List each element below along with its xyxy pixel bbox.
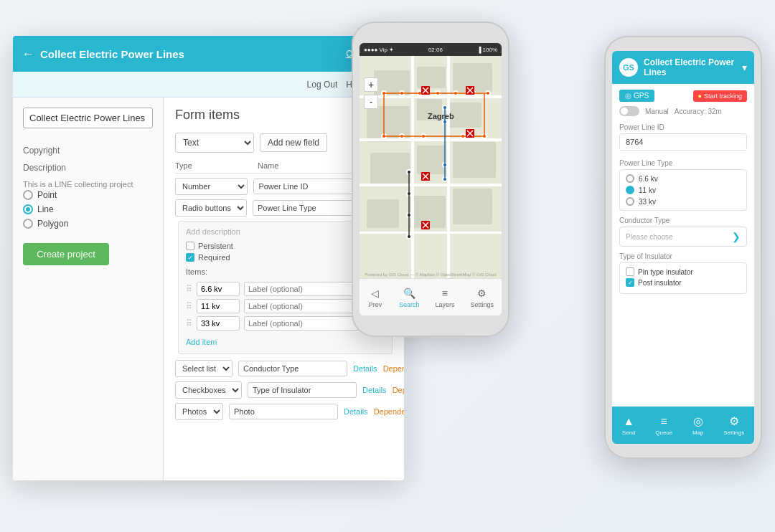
copyright-label: Copyright — [23, 146, 153, 156]
desktop-header-title: Collect Electric Power Lines — [40, 48, 340, 60]
desktop-body: Copyright Description This is a LINE col… — [13, 98, 404, 480]
queue-icon: ≡ — [661, 415, 667, 428]
phone1-nav-layers[interactable]: ≡ Layers — [435, 287, 454, 308]
radio-label-line: Line — [37, 204, 54, 214]
item-value-2[interactable] — [197, 299, 240, 313]
radio-item-33kv[interactable]: 33 kv — [626, 197, 741, 206]
cb-box-post: ✓ — [626, 278, 634, 287]
add-item-link[interactable]: Add item — [186, 338, 217, 346]
cb-label-post: Post insulator — [638, 279, 682, 287]
row4-dependencies-link[interactable]: Dependencies — [393, 386, 404, 394]
prev-icon: ◁ — [367, 287, 383, 300]
cb-pin-insulator[interactable]: Pin type insulator — [626, 267, 741, 276]
logout-link[interactable]: Log Out — [307, 80, 338, 90]
row2-type-select[interactable]: Radio buttons — [175, 199, 247, 217]
radio-polygon[interactable]: Polygon — [23, 219, 153, 229]
row5-name-input[interactable] — [229, 404, 338, 419]
project-name-input[interactable] — [23, 108, 153, 128]
settings-label: Settings — [470, 301, 494, 308]
row5-dependencies-link[interactable]: Dependencies — [374, 407, 404, 416]
item-label-3[interactable] — [244, 316, 362, 331]
map-power-lines-svg — [360, 56, 502, 278]
phone2-app-icon: GS — [619, 58, 638, 77]
conductor-type-label: Conductor Type — [619, 217, 747, 224]
settings2-icon: ⚙ — [729, 414, 739, 428]
zoom-out-button[interactable]: - — [364, 95, 378, 109]
row4-details-link[interactable]: Details — [362, 386, 387, 394]
row3-name-input[interactable] — [238, 361, 347, 376]
conductor-type-select[interactable]: Please choose ❯ — [619, 227, 747, 247]
queue-label: Queue — [655, 429, 672, 436]
radio-item-66kv[interactable]: 6.6 kv — [626, 174, 741, 183]
row4-name-input[interactable] — [248, 382, 357, 398]
start-tracking-button[interactable]: ● Start tracking — [693, 90, 747, 102]
phone2-nav-queue[interactable]: ≡ Queue — [655, 415, 672, 436]
item-value-3[interactable] — [197, 316, 240, 331]
phone1-nav-settings[interactable]: ⚙ Settings — [470, 287, 494, 308]
search-label: Search — [399, 301, 420, 308]
radio-circle-66kv — [626, 174, 634, 183]
layers-icon: ≡ — [437, 287, 453, 300]
row3-dependencies-link[interactable]: Dependencies — [383, 364, 404, 373]
phone1-nav-search[interactable]: 🔍 Search — [399, 287, 420, 308]
row1-name-input[interactable] — [253, 179, 362, 194]
conductor-type-placeholder: Please choose — [626, 233, 673, 241]
manual-accuracy-row: Manual Accuracy: 32m — [619, 106, 747, 116]
radio-label-33kv: 33 kv — [639, 198, 656, 206]
gps-icon: ◎ — [625, 92, 631, 100]
table-row: Photos Details Dependencies — [175, 403, 393, 420]
insulator-type-label: Type of Insulator — [619, 252, 747, 260]
row2-name-input[interactable] — [253, 200, 362, 216]
radio-dot-line — [23, 204, 33, 214]
map-city-label: Zagreb — [428, 112, 454, 120]
row5-details-link[interactable]: Details — [344, 407, 368, 416]
items-label: Items: — [186, 267, 207, 276]
map-label: Map — [692, 429, 704, 436]
description-text: This is a LINE collecting project — [23, 180, 133, 189]
zoom-in-button[interactable]: + — [364, 77, 378, 92]
cb-post-insulator[interactable]: ✓ Post insulator — [626, 278, 741, 287]
gps-row: ◎ GPS ● Start tracking — [619, 90, 747, 102]
item-label-2[interactable] — [244, 299, 362, 313]
accuracy-label: Accuracy: 32m — [675, 108, 722, 115]
row1-type-select[interactable]: Number — [175, 178, 248, 195]
row4-type-select[interactable]: Checkboxes — [175, 381, 242, 399]
radio-circle-11kv — [626, 186, 634, 194]
phone2-header-dropdown-icon[interactable]: ▾ — [742, 62, 747, 73]
create-project-button[interactable]: Create project — [23, 243, 109, 265]
power-line-id-label: Power Line ID — [619, 123, 747, 131]
item-value-1[interactable] — [197, 282, 240, 296]
drag-handle-icon[interactable]: ⠿ — [186, 284, 192, 294]
drag-handle-icon[interactable]: ⠿ — [186, 301, 192, 311]
power-line-id-input[interactable] — [619, 133, 747, 151]
row3-details-link[interactable]: Details — [353, 364, 377, 373]
cb-box-pin — [626, 267, 634, 276]
phone2-header-title: Collect Electric Power Lines — [644, 57, 736, 77]
drag-handle-icon[interactable]: ⠿ — [186, 318, 192, 328]
item-label-1[interactable] — [244, 282, 362, 296]
gps-button[interactable]: ◎ GPS — [619, 90, 654, 102]
radio-point[interactable]: Point — [23, 190, 153, 200]
row3-type-select[interactable]: Select list — [175, 360, 232, 377]
power-line-type-label: Power Line Type — [619, 159, 747, 167]
add-field-button[interactable]: Add new field — [260, 133, 327, 152]
settings-icon: ⚙ — [474, 287, 490, 300]
manual-toggle[interactable] — [619, 106, 639, 116]
required-cb-box: ✓ — [186, 253, 194, 262]
back-arrow-icon[interactable]: ← — [22, 47, 34, 62]
radio-line[interactable]: Line — [23, 204, 153, 214]
desktop-header: ← Collect Electric Power Lines Open proj… — [13, 36, 404, 72]
phone1-nav-prev[interactable]: ◁ Prev — [367, 287, 383, 308]
settings2-label: Settings — [723, 429, 744, 436]
insulator-type-checkbox-group: Pin type insulator ✓ Post insulator — [619, 262, 747, 294]
phone2-nav-send[interactable]: ▲ Send — [622, 415, 636, 436]
manual-label: Manual — [645, 108, 669, 115]
phone2-body: ◎ GPS ● Start tracking Manual Accuracy: … — [612, 84, 754, 407]
row5-type-select[interactable]: Photos — [175, 403, 223, 420]
power-line-type-radio-group: 6.6 kv 11 kv 33 kv — [619, 169, 747, 211]
field-type-select[interactable]: Text — [175, 133, 254, 153]
phone2-nav-map[interactable]: ◎ Map — [692, 414, 704, 436]
phone2-nav-settings[interactable]: ⚙ Settings — [723, 414, 744, 436]
phone1: ●●●● Vip ✦ 02:06 ▐ 100% — [352, 22, 509, 337]
radio-item-11kv[interactable]: 11 kv — [626, 186, 741, 194]
